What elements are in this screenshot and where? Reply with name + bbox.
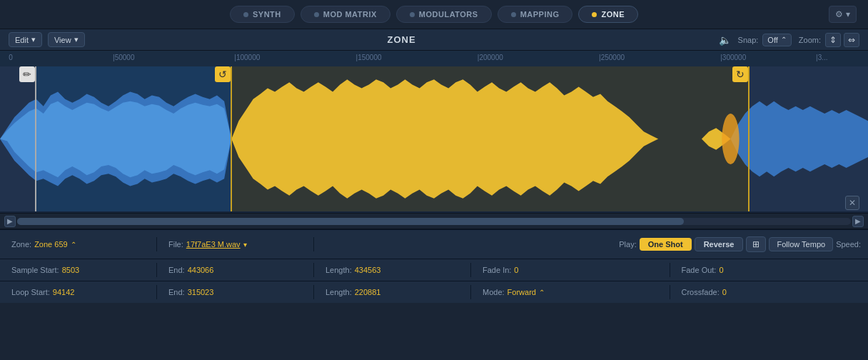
follow-tempo-button[interactable]: Follow Tempo bbox=[769, 237, 833, 251]
waveform-scrollbar: ▶ ▶ bbox=[0, 213, 868, 229]
loop-length-field: Length: 220881 bbox=[326, 288, 459, 296]
loop-mode-field: Mode: Forward ⌃ bbox=[483, 288, 658, 296]
scroll-left-button[interactable]: ▶ bbox=[4, 216, 16, 227]
loop-end-label: End: bbox=[168, 288, 185, 296]
loop-length-value[interactable]: 220881 bbox=[355, 288, 381, 296]
close-icon: ✕ bbox=[849, 198, 856, 208]
waveform-container: 0 |50000 |100000 |150000 |200000 |250000… bbox=[0, 51, 868, 229]
fade-out-cell: Fade Out: 0 bbox=[670, 263, 869, 277]
sample-length-label: Length: bbox=[326, 266, 352, 274]
sample-start-value[interactable]: 8503 bbox=[62, 266, 79, 274]
sample-start-handle[interactable]: ✏ bbox=[19, 66, 35, 82]
mapping-dot bbox=[511, 12, 516, 17]
zoom-label: Zoom: bbox=[799, 36, 821, 44]
ruler-250000: |250000 bbox=[599, 54, 625, 61]
file-chevron-icon[interactable]: ▾ bbox=[243, 241, 247, 249]
waveform-canvas[interactable] bbox=[0, 66, 868, 211]
top-nav: SYNTH MOD MATRIX MODULATORS MAPPING ZONE… bbox=[0, 0, 868, 29]
fade-out-value[interactable]: 0 bbox=[719, 266, 723, 274]
scrollbar-track[interactable] bbox=[17, 218, 851, 225]
loop-start-marker bbox=[231, 66, 232, 211]
loop-mode-chevron-icon[interactable]: ⌃ bbox=[539, 289, 545, 296]
fade-out-field: Fade Out: 0 bbox=[682, 266, 857, 274]
zoom-horizontal-button[interactable]: ⇔ bbox=[844, 33, 859, 47]
mapping-label: MAPPING bbox=[520, 10, 560, 19]
zone-dot bbox=[592, 12, 597, 17]
ruler-50000: |50000 bbox=[113, 54, 134, 61]
sample-length-field: Length: 434563 bbox=[326, 266, 459, 274]
zone-label: Zone: bbox=[11, 240, 31, 249]
snap-label: Snap: bbox=[738, 36, 759, 44]
speaker-icon[interactable]: 🔈 bbox=[719, 34, 731, 46]
play-label: Play: bbox=[619, 240, 636, 249]
sample-start-marker bbox=[35, 66, 36, 211]
fade-out-label: Fade Out: bbox=[682, 266, 717, 274]
sample-length-value[interactable]: 434563 bbox=[355, 266, 381, 274]
sample-length-cell: Length: 434563 bbox=[314, 263, 471, 277]
tab-zone[interactable]: ZONE bbox=[578, 6, 638, 23]
edit-chevron-icon: ▾ bbox=[31, 35, 36, 44]
toolbar: Edit ▾ View ▾ ZONE 🔈 Snap: Off ⌃ Zoom: ⇕… bbox=[0, 29, 868, 51]
info-row-3: Loop Start: 94142 End: 315023 Length: 22… bbox=[0, 281, 868, 303]
loop-length-label: Length: bbox=[326, 288, 352, 296]
zoom-control: Zoom: ⇕ ⇔ bbox=[799, 33, 859, 47]
snap-control: Snap: Off ⌃ bbox=[738, 34, 792, 46]
loop-mode-value[interactable]: Forward bbox=[508, 288, 536, 296]
loop-end-value[interactable]: 315023 bbox=[188, 288, 214, 296]
loop-end-field: End: 315023 bbox=[168, 288, 302, 296]
zone-chevron-icon[interactable]: ⌃ bbox=[71, 241, 76, 249]
crossfade-cell: Crossfade: 0 bbox=[670, 285, 869, 299]
fade-in-cell: Fade In: 0 bbox=[471, 263, 670, 277]
info-row-2: Sample Start: 8503 End: 443066 Length: 4… bbox=[0, 259, 868, 281]
one-shot-button[interactable]: One Shot bbox=[640, 238, 692, 251]
tab-synth[interactable]: SYNTH bbox=[230, 6, 295, 23]
waveform-ruler: 0 |50000 |100000 |150000 |200000 |250000… bbox=[0, 51, 868, 66]
ruler-200000: |200000 bbox=[478, 54, 503, 61]
view-button[interactable]: View ▾ bbox=[48, 32, 85, 47]
loop-mode-label: Mode: bbox=[483, 288, 505, 296]
sample-end-field: End: 443066 bbox=[168, 266, 302, 274]
ruler-100000: |100000 bbox=[234, 54, 260, 61]
file-value[interactable]: 17f7aE3 M.wav bbox=[186, 240, 241, 249]
close-button[interactable]: ✕ bbox=[845, 196, 859, 210]
ruler-300000: |300000 bbox=[720, 54, 746, 61]
link-icon-button[interactable]: ⊞ bbox=[746, 236, 766, 252]
reverse-button[interactable]: Reverse bbox=[695, 237, 744, 251]
zoom-vertical-button[interactable]: ⇕ bbox=[825, 33, 841, 47]
synth-dot bbox=[243, 12, 248, 17]
speed-label: Speed: bbox=[836, 240, 861, 249]
ruler-150000: |150000 bbox=[356, 54, 382, 61]
crossfade-field: Crossfade: 0 bbox=[682, 288, 857, 296]
tab-modulators[interactable]: MODULATORS bbox=[396, 6, 492, 23]
snap-chevron-icon: ⌃ bbox=[781, 36, 787, 44]
loop-start-handle[interactable]: ↺ bbox=[215, 66, 231, 82]
crossfade-label: Crossfade: bbox=[682, 288, 720, 296]
mod-matrix-label: MOD MATRIX bbox=[323, 10, 377, 19]
waveform-svg bbox=[0, 66, 868, 211]
toolbar-title: ZONE bbox=[91, 34, 713, 45]
tab-mod-matrix[interactable]: MOD MATRIX bbox=[301, 6, 390, 23]
zoom-icons: ⇕ ⇔ bbox=[825, 33, 859, 47]
edit-button[interactable]: Edit ▾ bbox=[9, 32, 42, 47]
loop-end-handle[interactable]: ↻ bbox=[732, 66, 748, 82]
tab-mapping[interactable]: MAPPING bbox=[498, 6, 573, 23]
svg-point-0 bbox=[722, 114, 739, 164]
loop-end-marker bbox=[748, 66, 750, 211]
toolbar-right: 🔈 Snap: Off ⌃ Zoom: ⇕ ⇔ bbox=[719, 33, 859, 47]
loop-end-cell: End: 315023 bbox=[157, 285, 314, 299]
file-cell: File: 17f7aE3 M.wav ▾ bbox=[157, 237, 314, 251]
sample-end-cell: End: 443066 bbox=[157, 263, 314, 277]
scrollbar-thumb[interactable] bbox=[17, 218, 684, 225]
loop-start-value[interactable]: 94142 bbox=[53, 288, 75, 296]
crossfade-value[interactable]: 0 bbox=[722, 288, 727, 296]
sample-end-label: End: bbox=[168, 266, 185, 274]
snap-select[interactable]: Off ⌃ bbox=[762, 34, 791, 46]
play-cell: Play: One Shot Reverse ⊞ Follow Tempo Sp… bbox=[612, 234, 868, 255]
fade-in-value[interactable]: 0 bbox=[514, 266, 518, 274]
gear-button[interactable]: ⚙ ▾ bbox=[829, 6, 857, 23]
loop-length-cell: Length: 220881 bbox=[314, 285, 471, 299]
sample-start-cell: Sample Start: 8503 bbox=[0, 263, 157, 277]
sample-end-value[interactable]: 443066 bbox=[188, 266, 214, 274]
ruler-0: 0 bbox=[9, 54, 13, 61]
scroll-right-button[interactable]: ▶ bbox=[852, 216, 864, 227]
